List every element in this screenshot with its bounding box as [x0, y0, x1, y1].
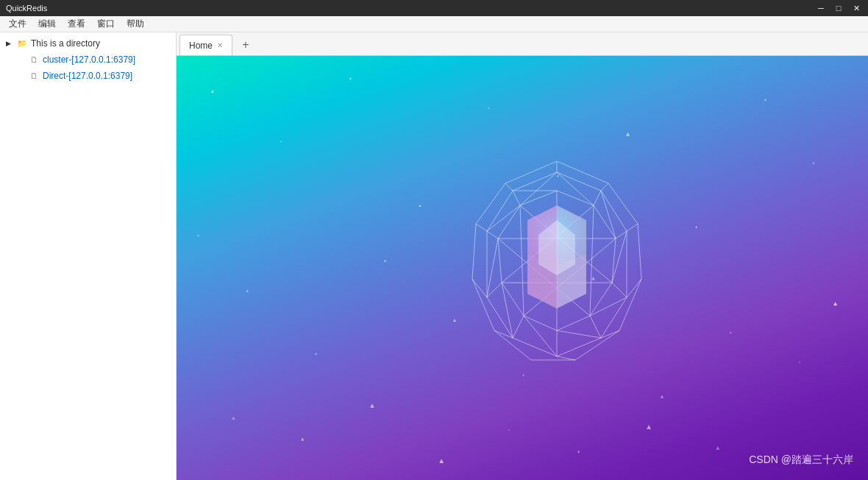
svg-line-5	[627, 279, 641, 297]
tab-home-label: Home	[189, 40, 213, 51]
svg-line-35	[520, 205, 524, 316]
svg-line-28	[487, 239, 498, 297]
svg-line-25	[513, 316, 524, 338]
menu-edit[interactable]: 编辑	[32, 16, 62, 32]
close-button[interactable]: ✕	[850, 4, 862, 13]
menu-view[interactable]: 查看	[62, 16, 91, 32]
window-controls: ─ □ ✕	[815, 4, 862, 13]
direct-label: Direct-[127.0.0.1:6379]	[43, 71, 132, 81]
sphere-visual	[439, 150, 675, 386]
svg-line-3	[601, 183, 608, 191]
main-canvas: CSDN @踏遍三十六岸	[177, 56, 868, 480]
svg-line-31	[513, 191, 520, 205]
svg-line-7	[557, 356, 575, 360]
watermark: CSDN @踏遍三十六岸	[749, 453, 853, 467]
file-icon-cluster: 🗋	[28, 54, 40, 66]
file-icon-direct: 🗋	[28, 70, 40, 82]
svg-line-13	[557, 172, 594, 205]
sidebar-item-direct[interactable]: ▶ 🗋 Direct-[127.0.0.1:6379]	[12, 68, 176, 84]
svg-line-9	[472, 279, 487, 297]
svg-line-19	[612, 283, 627, 297]
cluster-label: cluster-[127.0.0.1:6379]	[43, 54, 135, 65]
menu-file[interactable]: 文件	[3, 16, 32, 32]
sidebar-item-cluster[interactable]: ▶ 🗋 cluster-[127.0.0.1:6379]	[12, 52, 176, 68]
svg-line-10	[476, 224, 487, 231]
svg-line-14	[520, 172, 557, 205]
folder-icon: 📁	[16, 38, 28, 49]
svg-line-30	[487, 205, 520, 231]
svg-line-34	[590, 205, 594, 316]
titlebar: QuickRedis ─ □ ✕	[0, 0, 868, 16]
svg-line-24	[524, 316, 557, 356]
tab-home[interactable]: Home ✕	[179, 35, 232, 55]
svg-line-8	[494, 331, 513, 338]
svg-line-29	[487, 231, 498, 239]
menu-help[interactable]: 帮助	[121, 16, 150, 32]
content-area: Home ✕ +	[177, 32, 868, 480]
svg-line-16	[601, 191, 616, 239]
menubar: 文件 编辑 查看 窗口 帮助	[0, 16, 868, 32]
minimize-button[interactable]: ─	[815, 4, 827, 13]
add-tab-button[interactable]: +	[237, 36, 255, 54]
tabbar: Home ✕ +	[177, 32, 868, 56]
sphere-svg	[439, 150, 675, 386]
svg-line-21	[590, 316, 601, 338]
tab-close-icon[interactable]: ✕	[217, 41, 223, 49]
svg-line-22	[557, 331, 601, 338]
menu-window[interactable]: 窗口	[91, 16, 121, 32]
svg-line-15	[594, 191, 601, 205]
app-title: QuickRedis	[6, 4, 47, 13]
svg-line-11	[505, 183, 513, 191]
app-body: ▶ 📁 This is a directory ▶ 🗋 cluster-[127…	[0, 32, 868, 480]
expand-arrow-icon: ▶	[6, 40, 16, 47]
maximize-button[interactable]: □	[833, 4, 844, 13]
directory-label: This is a directory	[31, 38, 100, 49]
sidebar-item-directory[interactable]: ▶ 📁 This is a directory	[0, 35, 176, 52]
sidebar-children: ▶ 🗋 cluster-[127.0.0.1:6379] ▶ 🗋 Direct-…	[0, 52, 176, 84]
sidebar: ▶ 📁 This is a directory ▶ 🗋 cluster-[127…	[0, 32, 177, 480]
svg-line-4	[627, 224, 638, 231]
